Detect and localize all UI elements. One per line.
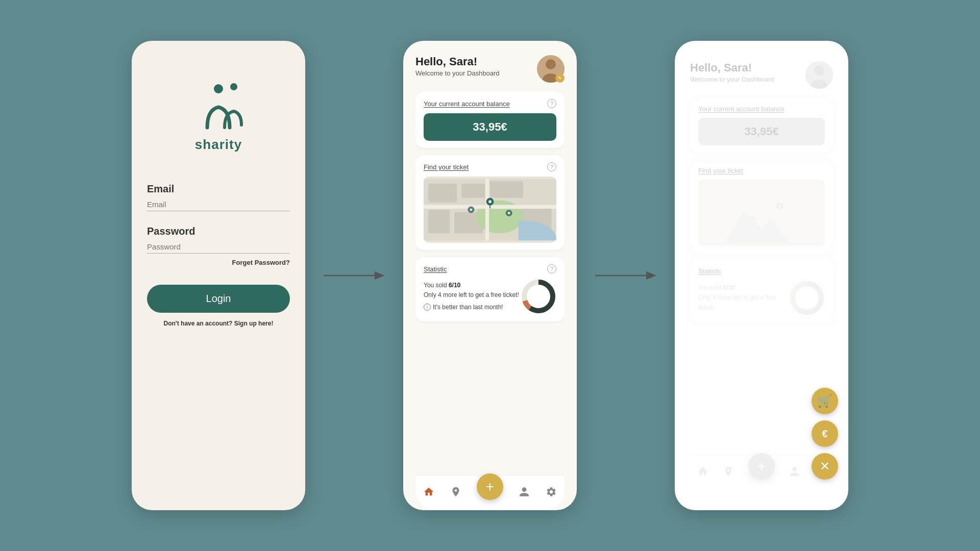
faded-balance-header: Your current account balance bbox=[698, 105, 825, 113]
svg-point-5 bbox=[546, 59, 556, 69]
balance-header: Your current account balance ? bbox=[424, 99, 556, 108]
donut-chart bbox=[521, 279, 556, 314]
faded-stat-text: You sold 6/10Only 4 more left to get a f… bbox=[698, 283, 789, 313]
fab-close-button[interactable]: ✕ bbox=[812, 453, 838, 480]
login-form: Email Password Forget Password? Login Do… bbox=[147, 183, 290, 327]
dashboard-content: Your current account balance ? 33,95€ Fi… bbox=[415, 92, 565, 475]
svg-rect-17 bbox=[485, 179, 489, 241]
nav-add-button[interactable]: + bbox=[477, 473, 503, 500]
map-visual bbox=[424, 177, 556, 243]
password-label: Password bbox=[147, 226, 290, 237]
nav-settings[interactable] bbox=[546, 486, 557, 497]
arrow-container bbox=[324, 265, 385, 286]
login-button[interactable]: Login bbox=[147, 285, 290, 313]
statistic-label: Statistic bbox=[424, 265, 447, 273]
statistic-header: Statistic ? bbox=[424, 264, 556, 273]
avatar-edit-badge[interactable]: ✎ bbox=[555, 73, 565, 83]
statistic-info-icon[interactable]: ? bbox=[547, 264, 556, 273]
balance-card: Your current account balance ? 33,95€ bbox=[415, 92, 565, 148]
svg-point-24 bbox=[508, 212, 510, 214]
faded-balance-label: Your current account balance bbox=[698, 105, 785, 113]
ticket-card: Find your ticket ? bbox=[415, 155, 565, 250]
faded-avatar bbox=[805, 61, 833, 89]
faded-nav-person bbox=[789, 466, 800, 477]
dashboard-header: Hello, Sara! Welcome to your Dashboard ✎ bbox=[415, 55, 565, 83]
fab-cart-button[interactable]: 🛒 bbox=[812, 388, 838, 414]
signup-link[interactable]: Sign up here! bbox=[234, 320, 274, 327]
greeting-text: Hello, Sara! bbox=[415, 55, 500, 68]
nav-home[interactable] bbox=[423, 486, 434, 497]
faded-ticket-card: Find your ticket bbox=[690, 160, 833, 253]
fab-euro-button[interactable]: € bbox=[812, 420, 838, 447]
stat-line2: Only 4 more left to get a free ticket! bbox=[424, 290, 519, 300]
faded-greeting-text: Hello, Sara! bbox=[690, 61, 774, 74]
email-input[interactable] bbox=[147, 198, 290, 211]
ticket-header: Find your ticket ? bbox=[424, 162, 556, 171]
arrow-icon bbox=[324, 265, 385, 286]
avatar-container[interactable]: ✎ bbox=[537, 55, 565, 83]
statistic-content: You sold 6/10 Only 4 more left to get a … bbox=[424, 279, 556, 314]
faded-header: Hello, Sara! Welcome to your Dashboard bbox=[690, 61, 833, 89]
svg-marker-3 bbox=[375, 271, 385, 280]
logo-icon bbox=[188, 82, 249, 133]
faded-statistic-header: Statistic bbox=[698, 267, 825, 275]
nav-person[interactable] bbox=[519, 486, 530, 497]
dashboard-screen: Hello, Sara! Welcome to your Dashboard ✎ bbox=[403, 41, 577, 510]
logo-container: sharity bbox=[188, 82, 249, 153]
faded-statistic-card: Statistic You sold 6/10Only 4 more left … bbox=[690, 260, 833, 323]
faded-greeting: Hello, Sara! Welcome to your Dashboard bbox=[690, 61, 774, 83]
svg-point-19 bbox=[488, 200, 492, 203]
stat-info-icon: i bbox=[424, 304, 431, 311]
logo-text: sharity bbox=[195, 137, 242, 153]
password-input[interactable] bbox=[147, 240, 290, 254]
faded-balance-button: 33,95€ bbox=[698, 118, 825, 145]
svg-marker-29 bbox=[646, 271, 656, 280]
svg-rect-12 bbox=[428, 210, 450, 233]
svg-rect-11 bbox=[490, 181, 523, 198]
svg-point-1 bbox=[230, 83, 237, 90]
login-screen: sharity Email Password Forget Password? … bbox=[132, 41, 305, 510]
greeting-block: Hello, Sara! Welcome to your Dashboard bbox=[415, 55, 500, 77]
faded-nav-add: + bbox=[748, 453, 775, 480]
arrow2-container bbox=[595, 265, 656, 286]
svg-point-35 bbox=[778, 205, 781, 207]
svg-point-31 bbox=[814, 65, 824, 76]
forget-password-link[interactable]: Forget Password? bbox=[147, 259, 290, 266]
svg-point-22 bbox=[470, 209, 473, 211]
faded-welcome-text: Welcome to your Dashboard bbox=[690, 76, 774, 83]
arrow2-icon bbox=[595, 265, 656, 286]
svg-rect-10 bbox=[461, 184, 485, 198]
statistic-text-block: You sold 6/10 Only 4 more left to get a … bbox=[424, 281, 519, 312]
svg-point-0 bbox=[214, 84, 223, 93]
faded-nav-home bbox=[697, 466, 708, 477]
signup-text: Don't have an account? Sign up here! bbox=[147, 320, 290, 327]
ticket-label: Find your ticket bbox=[424, 163, 469, 171]
stat-line3-row: i It's better than last month! bbox=[424, 303, 519, 312]
balance-button[interactable]: 33,95€ bbox=[424, 113, 556, 141]
welcome-text: Welcome to your Dashboard bbox=[415, 69, 500, 77]
faded-nav-location bbox=[723, 466, 734, 477]
stat-line1: You sold 6/10 bbox=[424, 281, 519, 290]
faded-map bbox=[698, 180, 825, 246]
nav-location[interactable] bbox=[450, 486, 461, 497]
faded-balance-card: Your current account balance 33,95€ bbox=[690, 98, 833, 153]
faded-dashboard-screen: Hello, Sara! Welcome to your Dashboard bbox=[675, 41, 848, 510]
fab-overlay: 🛒 € ✕ bbox=[812, 388, 838, 480]
stat-line3: It's better than last month! bbox=[433, 303, 503, 312]
bottom-nav: + bbox=[415, 475, 565, 510]
ticket-info-icon[interactable]: ? bbox=[547, 162, 556, 171]
map-container[interactable] bbox=[424, 177, 556, 243]
faded-donut bbox=[789, 280, 825, 316]
faded-statistic-label: Statistic bbox=[698, 267, 722, 275]
email-label: Email bbox=[147, 183, 290, 195]
balance-label: Your current account balance bbox=[424, 100, 510, 108]
faded-ticket-label: Find your ticket bbox=[698, 167, 743, 174]
svg-rect-9 bbox=[428, 184, 457, 203]
balance-info-icon[interactable]: ? bbox=[547, 99, 556, 108]
faded-avatar-img bbox=[805, 61, 833, 89]
faded-ticket-header: Find your ticket bbox=[698, 167, 825, 174]
statistic-card: Statistic ? You sold 6/10 Only 4 more le… bbox=[415, 257, 565, 321]
